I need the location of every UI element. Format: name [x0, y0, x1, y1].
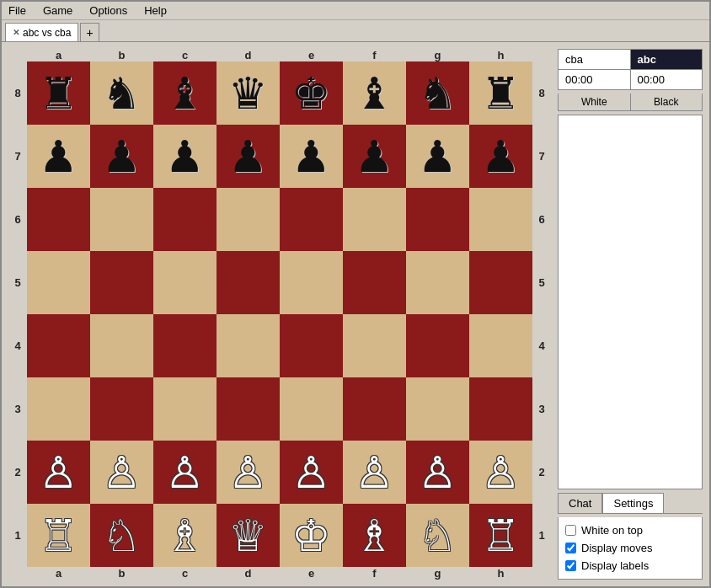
- menu-file[interactable]: File: [5, 3, 29, 18]
- square-c5[interactable]: [153, 251, 217, 314]
- square-f2[interactable]: ♙: [343, 441, 406, 504]
- tab-close-icon[interactable]: ✕: [13, 28, 19, 37]
- square-b2[interactable]: ♙: [90, 441, 153, 504]
- square-g5[interactable]: [406, 251, 469, 314]
- white-column-header[interactable]: White: [559, 94, 631, 110]
- active-tab[interactable]: ✕ abc vs cba: [5, 23, 78, 41]
- square-e8[interactable]: ♚: [280, 61, 343, 125]
- square-g7[interactable]: ♟: [406, 125, 469, 188]
- players-table: cba abc 00:00 00:00: [558, 49, 703, 90]
- square-b6[interactable]: [90, 188, 153, 251]
- square-d6[interactable]: [217, 188, 280, 251]
- square-c2[interactable]: ♙: [153, 441, 217, 504]
- square-h5[interactable]: [469, 251, 532, 314]
- square-e4[interactable]: [280, 314, 343, 377]
- square-g2[interactable]: ♙: [406, 441, 469, 504]
- square-a5[interactable]: [27, 251, 90, 314]
- player-left-time: 00:00: [559, 70, 631, 90]
- square-g3[interactable]: [406, 377, 469, 441]
- square-b3[interactable]: [90, 377, 153, 441]
- square-h7[interactable]: ♟: [469, 125, 532, 188]
- square-c7[interactable]: ♟: [153, 125, 217, 188]
- square-f4[interactable]: [343, 314, 406, 377]
- piece-c7: ♟: [165, 135, 205, 179]
- square-f1[interactable]: ♗: [343, 504, 406, 567]
- square-e1[interactable]: ♔: [280, 504, 343, 567]
- square-c8[interactable]: ♝: [153, 61, 217, 125]
- piece-g2: ♙: [418, 451, 457, 494]
- file-label-c: c: [153, 49, 217, 61]
- piece-e1: ♔: [291, 514, 331, 558]
- square-a2[interactable]: ♙: [27, 441, 90, 504]
- piece-h1: ♖: [481, 514, 521, 558]
- square-b5[interactable]: [90, 251, 153, 314]
- square-c6[interactable]: [153, 188, 217, 251]
- square-h3[interactable]: [469, 377, 532, 441]
- square-e5[interactable]: [280, 251, 343, 314]
- white-on-top-label: White on top: [581, 524, 643, 537]
- square-f8[interactable]: ♝: [343, 61, 406, 125]
- rank-label-7-left: 7: [8, 150, 27, 163]
- square-d4[interactable]: [217, 314, 280, 377]
- piece-f1: ♗: [355, 514, 394, 558]
- square-a4[interactable]: [27, 314, 90, 377]
- board-rank-6: 66: [8, 188, 551, 251]
- square-a1[interactable]: ♖: [27, 504, 90, 567]
- square-b7[interactable]: ♟: [90, 125, 153, 188]
- square-f6[interactable]: [343, 188, 406, 251]
- piece-a8: ♜: [39, 72, 78, 115]
- square-f3[interactable]: [343, 377, 406, 441]
- square-h4[interactable]: [469, 314, 532, 377]
- file-label-a-bottom: a: [27, 567, 90, 580]
- black-column-header[interactable]: Black: [631, 94, 703, 110]
- square-e7[interactable]: ♟: [280, 125, 343, 188]
- square-d8[interactable]: ♛: [217, 61, 280, 125]
- board-row-5: [27, 251, 532, 314]
- column-headers: White Black: [558, 94, 703, 111]
- square-g8[interactable]: ♞: [406, 61, 469, 125]
- square-e3[interactable]: [280, 377, 343, 441]
- square-e2[interactable]: ♙: [280, 441, 343, 504]
- main-content: a b c d e f g h 8♜♞♝♛♚♝♞♜87♟♟♟♟♟♟♟♟76655…: [2, 41, 709, 586]
- menu-options[interactable]: Options: [86, 3, 131, 18]
- settings-tab[interactable]: Settings: [602, 493, 664, 513]
- square-h8[interactable]: ♜: [469, 61, 532, 125]
- square-d5[interactable]: [217, 251, 280, 314]
- display-moves-label: Display moves: [581, 542, 653, 554]
- square-a6[interactable]: [27, 188, 90, 251]
- square-f7[interactable]: ♟: [343, 125, 406, 188]
- file-label-d-bottom: d: [217, 567, 280, 580]
- square-e6[interactable]: [280, 188, 343, 251]
- square-g4[interactable]: [406, 314, 469, 377]
- display-labels-checkbox[interactable]: [565, 560, 576, 571]
- square-g6[interactable]: [406, 188, 469, 251]
- square-g1[interactable]: ♘: [406, 504, 469, 567]
- menu-help[interactable]: Help: [141, 3, 170, 18]
- square-f5[interactable]: [343, 251, 406, 314]
- square-h6[interactable]: [469, 188, 532, 251]
- square-b4[interactable]: [90, 314, 153, 377]
- square-c3[interactable]: [153, 377, 217, 441]
- piece-d1: ♕: [228, 514, 268, 558]
- square-c4[interactable]: [153, 314, 217, 377]
- menu-game[interactable]: Game: [40, 3, 76, 18]
- square-a8[interactable]: ♜: [27, 61, 90, 125]
- square-d1[interactable]: ♕: [217, 504, 280, 567]
- white-on-top-checkbox[interactable]: [565, 525, 576, 536]
- square-a7[interactable]: ♟: [27, 125, 90, 188]
- square-d2[interactable]: ♙: [217, 441, 280, 504]
- board-rank-4: 44: [8, 314, 551, 377]
- square-h2[interactable]: ♙: [469, 441, 532, 504]
- square-d7[interactable]: ♟: [217, 125, 280, 188]
- display-moves-row: Display moves: [565, 542, 695, 554]
- square-c1[interactable]: ♗: [153, 504, 217, 567]
- chat-tab[interactable]: Chat: [558, 493, 602, 513]
- square-b1[interactable]: ♘: [90, 504, 153, 567]
- square-a3[interactable]: [27, 377, 90, 441]
- square-d3[interactable]: [217, 377, 280, 441]
- add-tab-button[interactable]: +: [80, 23, 99, 41]
- square-b8[interactable]: ♞: [90, 61, 153, 125]
- square-h1[interactable]: ♖: [469, 504, 532, 567]
- display-moves-checkbox[interactable]: [565, 543, 576, 553]
- board-rank-2: 2♙♙♙♙♙♙♙♙2: [8, 441, 551, 504]
